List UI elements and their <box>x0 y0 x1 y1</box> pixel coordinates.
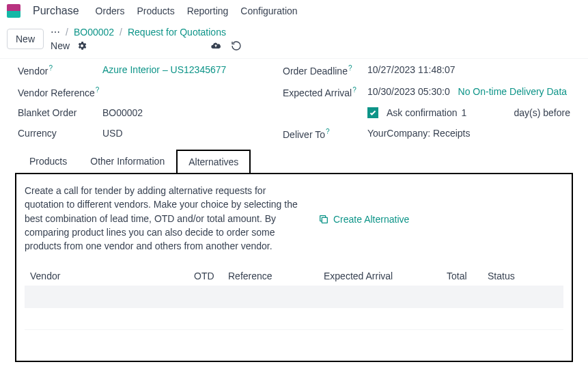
create-alternative-button[interactable]: Create Alternative <box>318 185 409 253</box>
label-expected-arrival: Expected Arrival? <box>283 86 365 98</box>
col-vendor[interactable]: Vendor <box>30 271 194 281</box>
breadcrumb-more-icon[interactable]: ⋯ <box>51 27 60 38</box>
menu-configuration[interactable]: Configuration <box>240 5 297 16</box>
breadcrumb-page[interactable]: Request for Quotations <box>128 27 226 38</box>
col-expected[interactable]: Expected Arrival <box>324 271 447 281</box>
label-days-before: day(s) before <box>514 107 570 118</box>
value-ask-confirmation-days[interactable]: 1 <box>461 107 466 118</box>
col-otd[interactable]: OTD <box>194 271 228 281</box>
menu-products[interactable]: Products <box>137 5 174 16</box>
table-row <box>25 329 563 351</box>
svg-rect-0 <box>322 217 327 223</box>
alternatives-table: Vendor OTD Reference Expected Arrival To… <box>25 266 563 351</box>
table-row <box>25 286 563 307</box>
ask-confirmation-row: Ask confirmation 1 day(s) before <box>367 107 570 118</box>
label-ask-confirmation: Ask confirmation <box>387 107 457 118</box>
app-title: Purchase <box>33 5 79 17</box>
form-grid: Vendor? Azure Interior – US12345677 Orde… <box>0 58 588 143</box>
col-status[interactable]: Status <box>488 271 558 281</box>
value-order-deadline[interactable]: 10/27/2023 11:48:07 <box>367 64 570 77</box>
label-blanket-order: Blanket Order <box>18 107 100 118</box>
status-new: New <box>51 40 70 51</box>
value-deliver-to[interactable]: YourCompany: Receipts <box>367 128 570 140</box>
copy-icon <box>318 214 329 225</box>
alternatives-help-text: Create a call for tender by adding alter… <box>25 184 298 253</box>
discard-icon[interactable] <box>231 40 242 51</box>
otd-link[interactable]: No On-time Delivery Data <box>458 86 568 97</box>
tabs: Products Other Information Alternatives <box>18 150 570 173</box>
help-icon[interactable]: ? <box>48 64 53 72</box>
menu-orders[interactable]: Orders <box>96 5 125 16</box>
label-vendor-ref: Vendor Reference? <box>18 86 100 98</box>
alternatives-panel: Create a call for tender by adding alter… <box>15 173 573 362</box>
help-icon[interactable]: ? <box>96 86 100 94</box>
value-blanket-order[interactable]: BO00002 <box>102 107 280 118</box>
help-icon[interactable]: ? <box>326 128 330 135</box>
gear-icon[interactable] <box>76 40 87 51</box>
value-expected-arrival[interactable]: 10/30/2023 05:30:0 No On-time Delivery D… <box>367 86 570 98</box>
sub-bar: New ⋯ / BO00002 / Request for Quotations… <box>0 23 588 58</box>
value-currency[interactable]: USD <box>102 128 280 140</box>
value-vendor[interactable]: Azure Interior – US12345677 <box>102 64 280 77</box>
breadcrumb: ⋯ / BO00002 / Request for Quotations <box>51 27 581 38</box>
ask-confirmation-checkbox[interactable] <box>367 107 378 118</box>
tab-products[interactable]: Products <box>18 150 79 173</box>
help-icon[interactable]: ? <box>352 86 356 94</box>
tab-alternatives[interactable]: Alternatives <box>176 150 251 173</box>
app-logo <box>7 4 20 18</box>
breadcrumb-order[interactable]: BO00002 <box>74 27 114 38</box>
value-vendor-ref[interactable] <box>102 86 280 98</box>
tab-other-information[interactable]: Other Information <box>79 150 176 173</box>
table-row <box>25 307 563 329</box>
col-total[interactable]: Total <box>447 271 488 281</box>
menu-reporting[interactable]: Reporting <box>187 5 229 16</box>
col-reference[interactable]: Reference <box>228 271 324 281</box>
help-icon[interactable]: ? <box>348 64 352 72</box>
label-vendor: Vendor? <box>18 64 100 77</box>
cloud-upload-icon[interactable] <box>210 40 221 51</box>
label-currency: Currency <box>18 128 100 140</box>
label-order-deadline: Order Deadline? <box>283 64 365 77</box>
label-deliver-to: Deliver To? <box>283 128 365 140</box>
top-nav: Purchase Orders Products Reporting Confi… <box>0 0 588 23</box>
status-bar: New <box>51 40 581 51</box>
new-button[interactable]: New <box>7 29 44 49</box>
table-header: Vendor OTD Reference Expected Arrival To… <box>25 266 563 286</box>
